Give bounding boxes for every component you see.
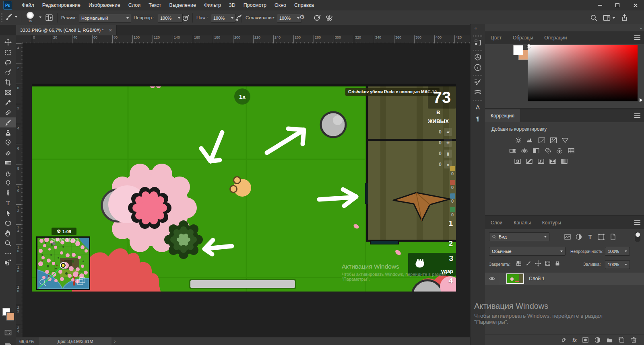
smudge-tool[interactable] — [0, 168, 16, 178]
color-field[interactable] — [528, 45, 638, 101]
crop-tool[interactable] — [0, 77, 16, 87]
eraser-tool[interactable] — [0, 148, 16, 158]
menu-item[interactable]: Слои — [124, 0, 144, 10]
levels-icon[interactable] — [526, 137, 535, 144]
menu-item[interactable]: Редактирование — [38, 0, 85, 10]
background-color-swatch[interactable] — [6, 313, 14, 320]
menu-item[interactable]: Файл — [18, 0, 38, 10]
gradient-tool[interactable] — [0, 158, 16, 168]
paragraph-panel-icon[interactable]: ¶ — [473, 113, 483, 123]
more-tools-button[interactable] — [0, 248, 16, 258]
status-expand-chevron[interactable]: › — [114, 339, 116, 344]
gear-icon[interactable]: ⚙ — [299, 13, 305, 21]
add-mask-icon[interactable] — [582, 337, 589, 343]
selective-color-icon[interactable] — [560, 158, 569, 165]
document-tab[interactable]: 3333.PNG @ 66,7% (Слой 1, RGB/8#) * ✕ — [16, 25, 117, 35]
document-canvas[interactable]: 1x Grishakov убили Ruda с помощью MAC-10… — [32, 84, 456, 292]
lock-transparency-icon[interactable] — [516, 260, 522, 267]
new-group-icon[interactable] — [606, 337, 613, 343]
close-button[interactable] — [626, 0, 644, 10]
layer-fill-field[interactable]: 100% — [605, 260, 630, 269]
panel-menu-icon[interactable] — [634, 113, 640, 118]
dodge-tool[interactable] — [0, 178, 16, 188]
color-lookup-icon[interactable] — [567, 147, 576, 154]
panel-tab[interactable]: Операции — [539, 31, 572, 44]
layer-opacity-field[interactable]: 100% — [605, 247, 630, 256]
menu-item[interactable]: Просмотр — [239, 0, 270, 10]
threshold-icon[interactable] — [537, 158, 545, 165]
smoothing-field[interactable]: 100% — [277, 14, 302, 23]
lock-pixels-icon[interactable] — [525, 260, 532, 267]
hue-slider-arrow[interactable] — [640, 98, 642, 102]
panel-tab[interactable]: Коррекция — [485, 109, 520, 122]
history-brush-tool[interactable] — [0, 138, 16, 148]
swap-colors-button[interactable] — [0, 258, 16, 266]
workspace-switcher[interactable] — [603, 14, 615, 22]
color-balance-icon[interactable] — [520, 147, 529, 154]
blend-mode-dropdown[interactable]: Обычные — [489, 247, 566, 256]
exposure-icon[interactable] — [549, 137, 558, 144]
brushes-panel-icon[interactable] — [473, 88, 483, 97]
frame-tool[interactable] — [0, 87, 16, 97]
collapse-dock-icon[interactable]: » — [640, 26, 642, 31]
posterize-icon[interactable] — [525, 158, 534, 165]
lock-all-icon[interactable] — [554, 260, 561, 267]
3d-panel-icon[interactable] — [473, 52, 483, 62]
gradient-map-icon[interactable] — [548, 158, 557, 165]
document-size-info[interactable]: Док: 3,61M/3,61M — [39, 337, 111, 345]
panel-menu-icon[interactable] — [634, 35, 640, 40]
clone-stamp-tool[interactable] — [0, 127, 16, 138]
collapse-panels-icon[interactable]: « — [475, 26, 477, 31]
airbrush-icon[interactable] — [313, 14, 321, 23]
quick-mask-button[interactable] — [0, 327, 16, 337]
black-white-icon[interactable] — [532, 147, 541, 154]
link-layers-icon[interactable] — [560, 337, 567, 343]
panel-menu-icon[interactable] — [634, 220, 640, 225]
new-adjustment-icon[interactable] — [594, 337, 601, 343]
filter-adjustment-icon[interactable] — [575, 233, 582, 240]
symmetry-icon[interactable] — [325, 14, 333, 23]
panel-tab[interactable]: Образцы — [507, 31, 539, 44]
screen-mode-button[interactable] — [0, 341, 16, 345]
lasso-tool[interactable] — [0, 57, 16, 67]
pen-tool[interactable] — [0, 188, 16, 198]
brush-tool[interactable] — [0, 117, 16, 127]
type-tool[interactable]: T — [0, 198, 16, 208]
menu-item[interactable]: 3D — [225, 0, 239, 10]
menu-item[interactable]: Фильтр — [200, 0, 225, 10]
foreground-color-swatch[interactable] — [513, 45, 523, 55]
path-selection-tool[interactable] — [0, 208, 16, 218]
flow-field[interactable]: 100% — [211, 14, 236, 23]
character-panel-icon[interactable]: A — [473, 102, 483, 112]
menu-item[interactable]: Окно — [270, 0, 290, 10]
lock-position-icon[interactable] — [535, 260, 541, 267]
hue-saturation-icon[interactable] — [508, 147, 517, 154]
snapshot-panel-icon[interactable] — [473, 38, 483, 47]
minimize-button[interactable] — [591, 0, 609, 10]
panel-tab[interactable]: Цвет — [485, 31, 507, 44]
filter-type-icon[interactable]: T — [586, 233, 594, 240]
rectangular-marquee-tool[interactable] — [0, 47, 16, 57]
move-tool[interactable] — [0, 37, 16, 47]
lock-artboard-icon[interactable] — [545, 260, 551, 267]
chevron-down-icon[interactable] — [39, 16, 41, 18]
zoom-level-field[interactable]: 66,67% — [19, 339, 34, 344]
delete-layer-icon[interactable] — [630, 337, 637, 343]
panel-tab[interactable]: Слои — [485, 216, 508, 229]
layer-thumbnail[interactable] — [506, 273, 524, 284]
menu-item[interactable]: Выделение — [165, 0, 200, 10]
layer-row[interactable]: Слой 1 — [485, 273, 644, 285]
menu-item[interactable]: Текст — [144, 0, 165, 10]
ellipse-shape-tool[interactable] — [0, 218, 16, 228]
filter-smart-object-icon[interactable] — [609, 233, 616, 240]
color-field-cursor[interactable] — [527, 44, 531, 48]
menu-item[interactable]: Справка — [290, 0, 318, 10]
filter-shape-icon[interactable] — [598, 233, 605, 240]
restore-button[interactable] — [609, 0, 626, 10]
object-selection-tool[interactable] — [0, 67, 16, 77]
zoom-tool[interactable] — [0, 238, 16, 248]
panel-tab[interactable]: Контуры — [537, 216, 567, 229]
curves-icon[interactable] — [537, 137, 546, 144]
opacity-field[interactable]: 100% — [158, 14, 183, 23]
share-icon[interactable] — [621, 14, 628, 23]
